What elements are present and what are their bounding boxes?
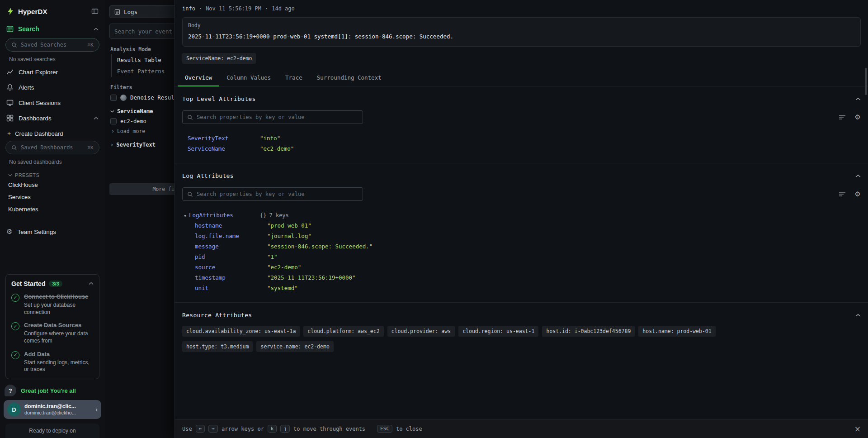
sidebar: HyperDX Search Saved Searches ⌘K No save… <box>0 0 105 438</box>
attribute-key: SeverityText <box>188 135 260 142</box>
panel-footer: Use ← → arrow keys or k j to move throug… <box>175 419 868 438</box>
attribute-row[interactable]: unit "systemd" <box>182 283 861 293</box>
source-selector[interactable]: Logs <box>109 5 175 18</box>
property-search-box[interactable] <box>182 187 363 201</box>
resource-pill[interactable]: cloud.region: us-east-1 <box>458 326 538 337</box>
resource-pill[interactable]: host.id: i-0abc123def456789 <box>542 326 635 337</box>
mode-event-patterns[interactable]: Event Patterns <box>112 66 175 77</box>
body-text: 2025-11-11T23:56:19+0000 prod-web-01 sys… <box>188 33 855 40</box>
event-relative-time: 14d ago <box>272 5 295 12</box>
service-tag[interactable]: ServiceName: ec2-demo <box>182 53 256 64</box>
attribute-row[interactable]: SeverityText "info" <box>182 133 861 143</box>
sidebar-item-alerts[interactable]: Alerts <box>0 80 105 95</box>
get-started-item-connect[interactable]: ✓ Connect to ClickHouse Set up your data… <box>11 293 94 316</box>
nav-label: Alerts <box>19 84 34 91</box>
create-dashboard-button[interactable]: + Create Dashboard <box>0 126 105 139</box>
caret-down-icon[interactable]: ▾ <box>184 213 186 218</box>
sidebar-item-chart-explorer[interactable]: Chart Explorer <box>0 64 105 80</box>
chevron-up-icon[interactable] <box>855 174 861 178</box>
denoise-checkbox[interactable] <box>110 95 117 101</box>
chevron-up-icon[interactable] <box>855 314 861 317</box>
more-filters-button[interactable]: More filte <box>109 183 175 195</box>
attribute-key: hostname <box>195 222 267 229</box>
chevron-up-icon[interactable] <box>94 117 99 120</box>
gear-icon: ⚙ <box>6 228 12 236</box>
get-started-header[interactable]: Get Started 3/3 <box>11 280 94 287</box>
attribute-row[interactable]: log.file.name "journal.log" <box>182 231 861 241</box>
filter-option-ec2-demo[interactable]: ec2-demo <box>110 118 169 124</box>
check-circle-icon: ✓ <box>11 294 19 302</box>
chevron-up-icon[interactable] <box>94 28 99 31</box>
congrats-row: ? Great job! You're all <box>5 385 100 396</box>
attribute-row[interactable]: timestamp "2025-11-11T23:56:19+0000" <box>182 272 861 283</box>
get-started-title: Get Started <box>11 280 45 287</box>
get-started-item-add-data[interactable]: ✓ Add Data Start sending logs, metrics, … <box>11 351 94 373</box>
scrollbar-thumb[interactable] <box>865 68 867 95</box>
nav-label: Dashboards <box>19 115 52 122</box>
resource-pill[interactable]: host.type: t3.medium <box>182 341 253 352</box>
sidebar-item-client-sessions[interactable]: Client Sessions <box>0 95 105 110</box>
event-search-box[interactable] <box>109 24 175 39</box>
settings-icon[interactable]: ⚙ <box>855 190 861 198</box>
attribute-value: "2025-11-11T23:56:19+0000" <box>267 274 356 281</box>
attribute-row[interactable]: message "session-846.scope: Succeeded." <box>182 241 861 252</box>
resource-pill[interactable]: service.name: ec2-demo <box>256 341 333 352</box>
sidebar-item-kubernetes[interactable]: Kubernetes <box>0 203 105 215</box>
property-search-box[interactable] <box>182 110 363 124</box>
sidebar-item-services[interactable]: Services <box>0 191 105 203</box>
settings-icon[interactable]: ⚙ <box>855 113 861 121</box>
sidebar-item-search[interactable]: Search <box>0 20 105 36</box>
attribute-value: "info" <box>260 135 280 142</box>
attribute-row[interactable]: ServiceName "ec2-demo" <box>182 143 861 154</box>
attribute-row[interactable]: source "ec2-demo" <box>182 262 861 272</box>
get-started-item-sources[interactable]: ✓ Create Data Sources Configure where yo… <box>11 322 94 344</box>
resource-pill[interactable]: cloud.availability_zone: us-east-1a <box>182 326 300 337</box>
line-format-icon[interactable] <box>839 114 846 120</box>
tab-column-values[interactable]: Column Values <box>219 69 278 86</box>
filter-group-servicename[interactable]: ServiceName <box>110 108 169 114</box>
denoise-toggle[interactable]: Denoise Resul <box>110 94 169 101</box>
chevron-up-icon[interactable] <box>855 97 861 101</box>
tab-overview[interactable]: Overview <box>178 69 219 86</box>
tab-surrounding-context[interactable]: Surrounding Context <box>310 69 389 86</box>
attribute-key: ServiceName <box>188 145 260 152</box>
sidebar-item-dashboards[interactable]: Dashboards <box>0 110 105 126</box>
sidebar-item-team-settings[interactable]: ⚙ Team Settings <box>0 224 105 240</box>
mode-results-table[interactable]: Results Table <box>112 54 175 66</box>
attribute-key: unit <box>195 285 267 291</box>
chevron-up-icon[interactable] <box>89 282 94 285</box>
event-search-input[interactable] <box>114 28 175 35</box>
search-icon <box>11 42 17 48</box>
create-dashboard-label: Create Dashboard <box>15 130 63 137</box>
tag-row: ServiceName: ec2-demo <box>182 53 861 64</box>
tab-trace[interactable]: Trace <box>278 69 310 86</box>
search-section-label: Search <box>18 25 39 33</box>
resource-pill[interactable]: host.name: prod-web-01 <box>638 326 715 337</box>
property-search-input[interactable] <box>197 191 358 197</box>
help-button[interactable]: ? <box>5 385 16 396</box>
congrats-text: Great job! You're all <box>21 387 76 394</box>
j-key: j <box>280 425 290 433</box>
attribute-row[interactable]: pid "1" <box>182 252 861 262</box>
event-body-card: Body 2025-11-11T23:56:19+0000 prod-web-0… <box>182 17 861 47</box>
close-icon[interactable]: × <box>854 424 861 433</box>
get-started-item-desc: Start sending logs, metrics, or traces <box>24 359 94 373</box>
user-menu[interactable]: D dominic.tran@clic... dominic.tran@clic… <box>4 400 101 419</box>
ec2-demo-checkbox[interactable] <box>110 118 117 124</box>
presets-toggle[interactable]: PRESETS <box>8 172 97 178</box>
sidebar-item-clickhouse[interactable]: ClickHouse <box>0 179 105 191</box>
attribute-value: "ec2-demo" <box>260 145 294 152</box>
resource-pill[interactable]: cloud.provider: aws <box>387 326 455 337</box>
line-format-icon[interactable] <box>839 191 846 197</box>
resource-pill[interactable]: cloud.platform: aws_ec2 <box>303 326 383 337</box>
property-search-input[interactable] <box>197 114 358 120</box>
attribute-root-row[interactable]: ▾ LogAttributes {} 7 keys <box>182 210 861 220</box>
attribute-row[interactable]: hostname "prod-web-01" <box>182 220 861 231</box>
hyperdx-logo-icon <box>6 7 14 15</box>
saved-searches-input[interactable]: Saved Searches ⌘K <box>5 38 99 52</box>
sidebar-collapse-icon[interactable] <box>91 8 99 15</box>
saved-dashboards-input[interactable]: Saved Dashboards ⌘K <box>5 141 99 154</box>
arrow-right-key: → <box>208 425 218 433</box>
load-more-button[interactable]: › Load more <box>111 128 168 134</box>
filter-group-severitytext[interactable]: › SeverityText <box>110 142 169 148</box>
